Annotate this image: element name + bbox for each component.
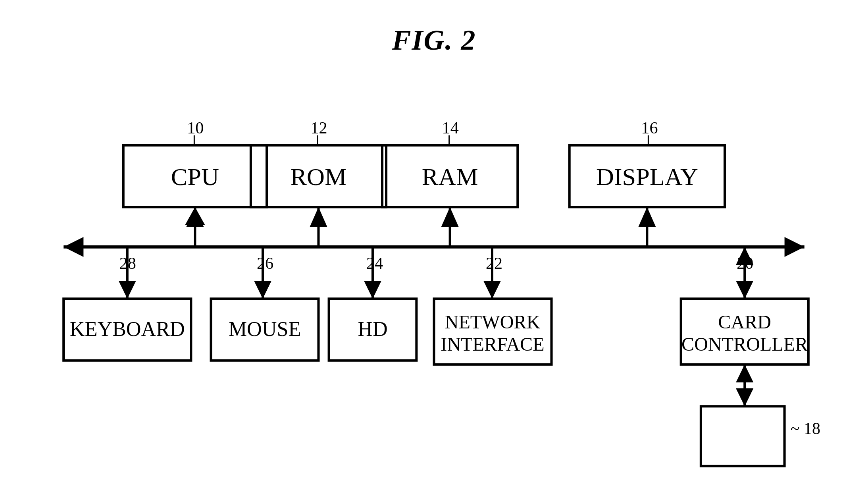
display-arrow-up [638, 207, 656, 227]
rom-arrow-up [310, 207, 327, 227]
mouse-label: MOUSE [229, 318, 301, 340]
rom-label: ROM [291, 163, 347, 190]
ram-ref-label: 14 [442, 118, 459, 137]
bus-right-arrow [785, 237, 804, 257]
cpu-label: CPU [171, 163, 219, 190]
ram-label: RAM [422, 163, 478, 190]
network-ref-label: 22 [486, 254, 502, 272]
sub-ref-label: ~ 18 [791, 419, 820, 438]
ram-arrow-up [441, 207, 459, 227]
sub-arrow-down [736, 388, 753, 406]
keyboard-arrow-down [119, 281, 136, 299]
network-label-line2: INTERFACE [441, 334, 544, 355]
mouse-ref-label: 26 [257, 254, 273, 272]
page: FIG. 2 10 CPU [0, 0, 868, 494]
diagram: 10 CPU 12 ROM 14 RAM [40, 71, 828, 470]
keyboard-label: KEYBOARD [70, 318, 185, 340]
hd-arrow-down [364, 281, 381, 299]
display-label: DISPLAY [596, 163, 698, 190]
hd-ref-label: 24 [366, 254, 383, 272]
card-label-line1: CARD [718, 312, 771, 333]
display-ref-label: 16 [641, 118, 658, 137]
hd-label: HD [358, 318, 387, 340]
circuit-diagram: 10 CPU 12 ROM 14 RAM [40, 71, 828, 470]
card-label-line2: CONTROLLER [681, 334, 808, 355]
mouse-arrow-down [254, 281, 271, 299]
figure-title: FIG. 2 [0, 0, 868, 57]
network-label-line1: NETWORK [445, 312, 541, 333]
bus-left-arrow [64, 237, 83, 257]
sub-arrow-up [736, 365, 753, 382]
card-arrow-down [736, 281, 753, 299]
cpu-ref-label: 10 [187, 118, 204, 137]
rom-ref-label: 12 [310, 118, 327, 137]
sub-box [701, 406, 785, 466]
cpu-arrow-up [186, 207, 204, 227]
network-arrow-down [483, 281, 501, 299]
